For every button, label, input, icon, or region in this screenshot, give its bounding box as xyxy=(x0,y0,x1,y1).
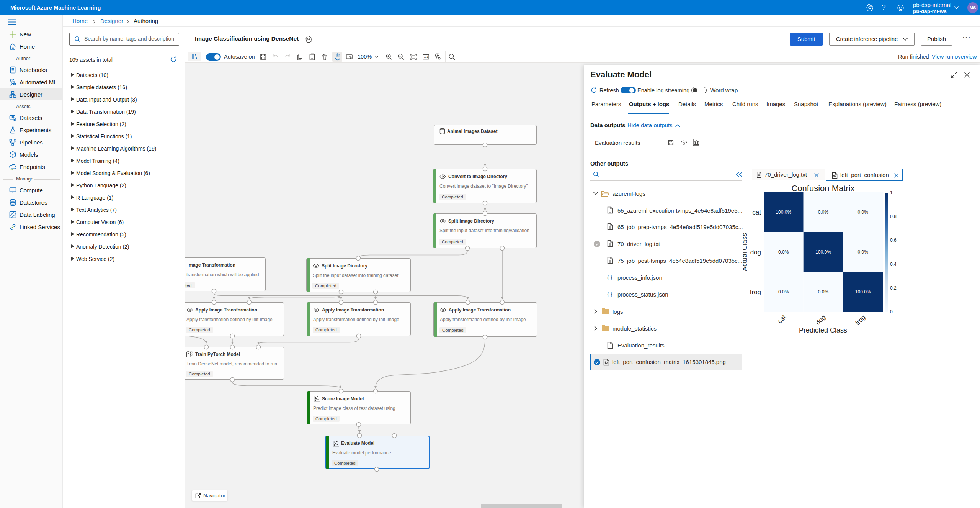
svg-text:Confusion Matrix: Confusion Matrix xyxy=(791,184,854,193)
svg-text:0.6: 0.6 xyxy=(890,238,897,243)
svg-text:1: 1 xyxy=(890,190,893,195)
svg-text:Actual Class: Actual Class xyxy=(743,233,748,271)
svg-text:dog: dog xyxy=(750,249,761,256)
svg-text:0: 0 xyxy=(890,309,893,315)
svg-text:0.0%: 0.0% xyxy=(778,289,789,295)
svg-text:0.2: 0.2 xyxy=(890,285,897,291)
svg-text:Predicted Class: Predicted Class xyxy=(799,326,847,334)
svg-text:0.0%: 0.0% xyxy=(818,210,829,215)
svg-text:0.0%: 0.0% xyxy=(858,210,869,215)
svg-text:100.0%: 100.0% xyxy=(776,210,791,215)
svg-text:0.0%: 0.0% xyxy=(818,289,829,295)
svg-text:0.8: 0.8 xyxy=(890,214,897,219)
svg-text:frog: frog xyxy=(854,313,867,326)
svg-text:cat: cat xyxy=(776,313,787,325)
svg-text:100.0%: 100.0% xyxy=(815,249,831,255)
svg-text:0.0%: 0.0% xyxy=(778,249,789,255)
svg-text:frog: frog xyxy=(750,288,761,296)
svg-text:cat: cat xyxy=(752,209,761,216)
svg-text:0.0%: 0.0% xyxy=(858,249,869,255)
svg-text:100.0%: 100.0% xyxy=(855,289,871,295)
svg-text:dog: dog xyxy=(814,313,827,326)
svg-text:0.4: 0.4 xyxy=(890,262,897,267)
